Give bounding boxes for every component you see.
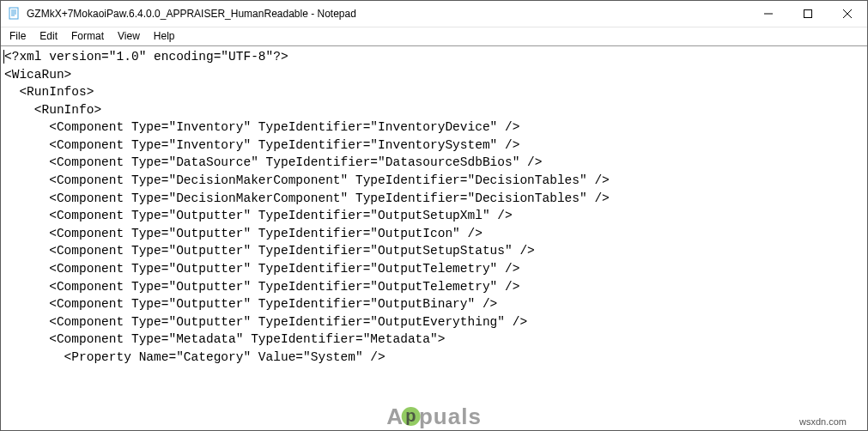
minimize-icon	[764, 9, 773, 18]
menubar: File Edit Format View Help	[1, 27, 867, 46]
svg-rect-6	[804, 10, 812, 18]
minimize-button[interactable]	[749, 1, 788, 27]
watermark-text: wsxdn.com	[799, 416, 847, 427]
menu-help[interactable]: Help	[147, 28, 182, 44]
window-title: GZMkX+7MokaoiPaw.6.4.0.0_APPRAISER_Human…	[27, 8, 749, 20]
window-controls	[749, 1, 867, 27]
maximize-button[interactable]	[788, 1, 828, 27]
close-button[interactable]	[828, 1, 867, 27]
menu-view[interactable]: View	[111, 28, 147, 44]
notepad-icon	[8, 7, 21, 21]
close-icon	[843, 9, 852, 18]
menu-file[interactable]: File	[3, 28, 33, 44]
editor-wrapper: <?xml version="1.0" encoding="UTF-8"?> <…	[1, 46, 867, 430]
text-editor[interactable]: <?xml version="1.0" encoding="UTF-8"?> <…	[1, 46, 867, 430]
titlebar: GZMkX+7MokaoiPaw.6.4.0.0_APPRAISER_Human…	[1, 1, 867, 27]
menu-edit[interactable]: Edit	[33, 28, 64, 44]
menu-format[interactable]: Format	[64, 28, 111, 44]
maximize-icon	[804, 9, 812, 18]
